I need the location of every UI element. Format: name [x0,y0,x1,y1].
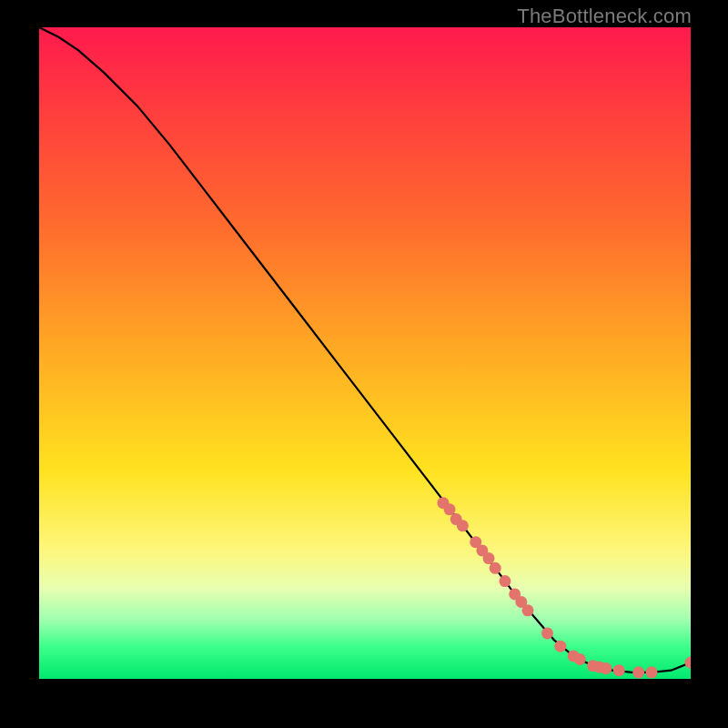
plot-svg [39,27,691,679]
curve-line [39,27,691,672]
data-point [613,664,625,676]
chart-stage: TheBottleneck.com [0,0,728,728]
data-point [457,520,469,531]
data-point [646,666,658,678]
data-point [632,666,644,678]
data-point [522,604,534,616]
watermark-text: TheBottleneck.com [517,5,692,28]
data-point [499,575,511,587]
data-point [685,657,692,669]
data-point [600,662,612,674]
data-point [554,641,566,652]
data-point [490,562,501,574]
data-point [483,552,495,564]
data-point [541,627,553,639]
data-point [574,653,586,665]
scatter-dots [437,497,691,678]
plot-area [39,27,691,679]
data-point [444,503,456,515]
